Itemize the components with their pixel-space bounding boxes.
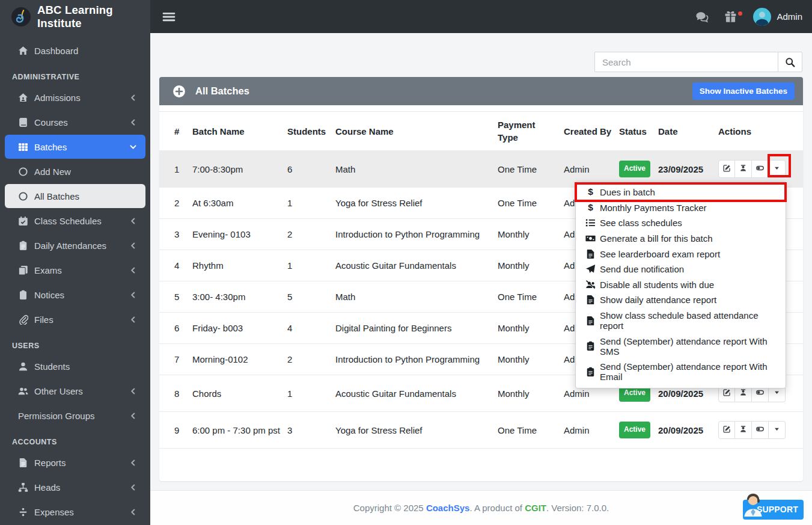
cell-row-number: 7 — [159, 344, 192, 375]
sidebar-item-dashboard[interactable]: Dashboard — [5, 38, 145, 63]
sidebar-item-class-schedules[interactable]: Class Schedules — [5, 209, 145, 233]
show-inactive-batches-button[interactable]: Show Inactive Batches — [692, 82, 795, 100]
menu-item-label: See learderboard exam report — [600, 249, 720, 259]
sidebar-item-files[interactable]: Files — [5, 307, 145, 331]
column-header-payment-type: Payment Type — [498, 118, 564, 144]
brand-logo-icon — [11, 7, 31, 27]
notification-dot — [738, 11, 742, 16]
chevron-left-icon — [129, 94, 137, 102]
cell-date: 20/09/2025 — [658, 415, 718, 446]
cell-batch-name: 3:00- 4:30pm — [192, 281, 287, 312]
sidebar-item-expenses[interactable]: Expenses — [5, 500, 145, 524]
cell-row-number: 2 — [159, 188, 192, 218]
chat-icon[interactable] — [695, 10, 709, 23]
cell-course-name: Introduction to Python Programming — [335, 344, 498, 375]
sidebar-item-courses[interactable]: Courses — [5, 110, 145, 134]
chevron-left-icon — [129, 266, 137, 274]
status-badge: Active — [619, 422, 650, 438]
file-icon — [585, 295, 596, 305]
sidebar-section-users: USERS — [0, 332, 150, 354]
sidebar-item-permission-groups[interactable]: Permission Groups — [5, 404, 145, 428]
sidebar-item-daily-attendances[interactable]: Daily Attendances — [5, 233, 145, 257]
clipboard-list-icon — [18, 241, 28, 251]
column-header-status: Status — [619, 125, 658, 138]
batch-students-button[interactable] — [735, 421, 752, 439]
circle-o-icon — [18, 167, 28, 177]
copyright-text: Copyright © 2025 CoachSys. A product of … — [150, 491, 812, 513]
users-slash-icon — [585, 280, 596, 290]
menu-item-disable-all-students-with-due[interactable]: Disable all students with due — [576, 277, 786, 293]
menu-item-show-daily-attendance-report[interactable]: Show daily attendance report — [576, 292, 786, 308]
search-input[interactable] — [594, 52, 778, 72]
edit-batch-button[interactable] — [718, 160, 735, 178]
menu-item-send-september-attendance-report-with-sms[interactable]: Send (September) attendance report With … — [576, 333, 786, 359]
user-menu[interactable]: Admin — [753, 8, 802, 26]
menu-item-show-class-schedule-based-attendance-report[interactable]: Show class schedule based attendance rep… — [576, 308, 786, 334]
search-button[interactable] — [778, 52, 802, 72]
sidebar-item-reports[interactable]: Reports — [5, 450, 145, 474]
top-header: ABC Learning Institute Admin — [0, 0, 812, 33]
row-actions-group — [718, 421, 786, 439]
paperclip-icon — [18, 315, 28, 325]
menu-icon[interactable] — [161, 10, 177, 24]
more-actions-button[interactable] — [769, 421, 786, 439]
brand[interactable]: ABC Learning Institute — [0, 0, 150, 33]
menu-item-monthly-payments-tracker[interactable]: $Monthly Payments Tracker — [576, 200, 786, 216]
sidebar-item-label: Expenses — [34, 507, 74, 517]
sidebar-item-batches[interactable]: Batches — [5, 135, 145, 159]
cell-payment-type: One Time — [498, 415, 564, 446]
support-button[interactable]: SUPPORT — [743, 500, 804, 520]
cell-batch-name: Morning-0102 — [192, 344, 287, 375]
cell-payment-type: Monthly — [498, 378, 564, 409]
cell-payment-type: One Time — [498, 188, 564, 218]
column-header-date: Date — [658, 125, 718, 138]
more-actions-button[interactable] — [769, 160, 786, 178]
menu-item-generate-a-bill-for-this-batch[interactable]: Generate a bill for this batch — [576, 231, 786, 247]
table-row-9: 96:00 pm - 7:30 pm pst3Yoga for Stress R… — [159, 412, 803, 449]
sidebar-section-administrative: ADMINISTRATIVE — [0, 63, 150, 85]
menu-item-label: Dues in batch — [600, 187, 655, 197]
sidebar-item-heads[interactable]: Heads — [5, 475, 145, 499]
toggle-batch-button[interactable] — [752, 421, 769, 439]
menu-item-see-learderboard-exam-report[interactable]: See learderboard exam report — [576, 246, 786, 262]
divide-icon — [18, 507, 28, 517]
brand-title: ABC Learning Institute — [37, 4, 150, 30]
sidebar-nav: DashboardADMINISTRATIVEAdmissionsCourses… — [0, 33, 150, 524]
cgit-link[interactable]: CGIT — [525, 503, 546, 513]
menu-item-see-class-schedules[interactable]: See class schedules — [576, 215, 786, 231]
menu-item-send-september-attendance-report-with-email[interactable]: Send (September) attendance report With … — [576, 359, 786, 385]
sidebar-item-other-users[interactable]: Other Users — [5, 379, 145, 403]
student-icon — [739, 164, 747, 174]
edit-batch-button[interactable] — [718, 421, 735, 439]
sidebar-item-all-batches[interactable]: All Batches — [5, 184, 145, 208]
sidebar-item-label: Reports — [34, 458, 66, 468]
copyright-middle: . A product of — [469, 503, 525, 513]
sidebar-item-notices[interactable]: Notices — [5, 283, 145, 307]
batch-students-button[interactable] — [735, 160, 752, 178]
sidebar-item-admissions[interactable]: Admissions — [5, 85, 145, 109]
plus-circle-icon[interactable] — [172, 85, 186, 98]
toggle-batch-button[interactable] — [752, 160, 769, 178]
menu-item-dues-in-batch[interactable]: $Dues in batch — [576, 185, 786, 200]
sidebar-item-label: Other Users — [34, 386, 83, 396]
sidebar-item-exams[interactable]: Exams — [5, 258, 145, 282]
sidebar-item-students[interactable]: Students — [5, 354, 145, 378]
cell-students-count: 1 — [287, 250, 335, 281]
menu-item-label: Send (September) attendance report With … — [600, 361, 776, 382]
coachsys-link[interactable]: CoachSys — [426, 503, 470, 513]
cell-students-count: 3 — [287, 415, 335, 446]
chevron-left-icon — [129, 217, 137, 225]
menu-item-send-due-notification[interactable]: Send due notification — [576, 262, 786, 277]
edit-icon — [723, 425, 731, 435]
sidebar-item-label: Add New — [34, 167, 71, 177]
clipboard-icon — [18, 290, 28, 300]
batch-actions-menu: $Dues in batch$Monthly Payments TrackerS… — [575, 181, 786, 388]
caret-down-icon — [773, 388, 781, 398]
cell-payment-type: Monthly — [498, 313, 564, 343]
sidebar-item-add-new[interactable]: Add New — [5, 159, 145, 183]
cell-course-name: Math — [335, 154, 498, 185]
sidebar-section-accounts: ACCOUNTS — [0, 428, 150, 450]
gift-icon[interactable] — [724, 10, 737, 23]
cell-status: Active — [619, 413, 658, 447]
cell-students-count: 4 — [287, 313, 335, 343]
